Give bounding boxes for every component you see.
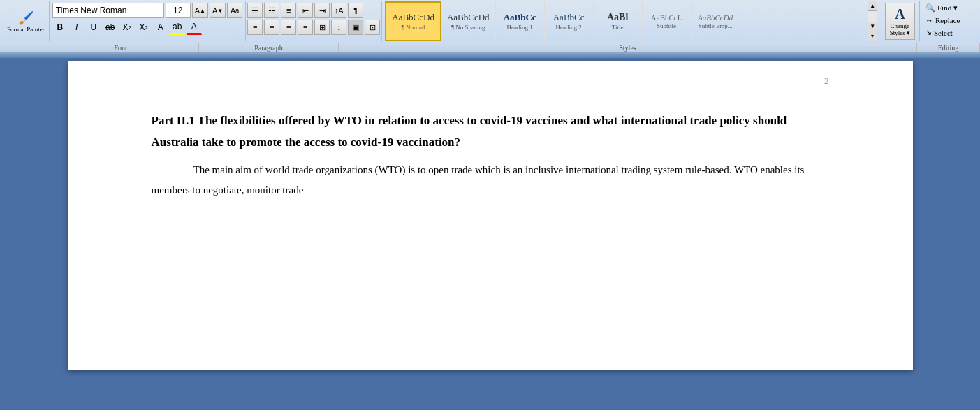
document-heading: Part II.1 The flexibilities offered by W… [152,110,829,153]
show-paragraph-button[interactable]: ¶ [348,3,363,18]
paragraph-group: ☰ ☷ ≡ ⇤ ⇥ ↕A ¶ ≡ ≡ ≡ ≡ ⊞ ↕ ▣ ⊡ [245,1,382,41]
scroll-more-arrow[interactable]: ▾ [868,31,877,41]
clear-format-button[interactable]: Aa [227,3,242,18]
style-normal[interactable]: AaBbCcDd ¶ Normal [385,1,441,41]
sort-button[interactable]: ↕A [331,3,346,18]
page-number: 2 [824,75,829,87]
italic-button[interactable]: I [69,20,85,35]
font-section-label [0,43,43,52]
styles-label: Styles [339,43,917,52]
replace-button[interactable]: ↔ Replace [924,15,974,25]
strikethrough-button[interactable]: ab [103,20,118,35]
shrink-font-button[interactable]: A▼ [210,3,226,18]
bullets-button[interactable]: ☰ [247,3,263,18]
styles-group: AaBbCcDd ¶ Normal AaBbCcDd ¶ No Spacing … [383,1,879,41]
style-heading2[interactable]: AaBbCc Heading 2 [545,1,594,41]
style-heading1[interactable]: AaBbCc Heading 1 [496,1,545,41]
text-effects-button[interactable]: A [153,20,168,35]
grow-font-button[interactable]: A▲ [192,3,208,18]
shading-button[interactable]: ▣ [348,20,363,35]
font-name-input[interactable] [52,3,164,18]
multilevel-list-button[interactable]: ≡ [281,3,296,18]
find-button[interactable]: 🔍 Find ▾ [924,3,974,13]
font-size-input[interactable] [166,3,191,18]
borders-button[interactable]: ⊡ [365,20,380,35]
subscript-button[interactable]: X2 [119,20,135,35]
ribbon: 🖌️ Format Painter A▲ A▼ Aa B I U ab [0,0,980,54]
style-no-spacing[interactable]: AaBbCcDd ¶ No Spacing [441,1,496,41]
paragraph-1: The main aim of world trade organization… [152,160,829,200]
font-color-button[interactable]: A [187,20,202,35]
numbering-button[interactable]: ☷ [264,3,279,18]
increase-indent-button[interactable]: ⇥ [314,3,330,18]
editing-section: 🔍 Find ▾ ↔ Replace ↘ Select [921,1,977,41]
editing-label: Editing [917,43,980,52]
paragraph-label: Paragraph [199,43,339,52]
binoculars-icon: 🔍 [926,3,935,13]
document-area: 2 Part II.1 The flexibilities offered by… [0,58,980,377]
scroll-up-arrow[interactable]: ▲ [868,1,877,11]
align-center-button[interactable]: ≡ [264,20,279,35]
justify-button[interactable]: ≡ [298,20,313,35]
font-label: Font [43,43,198,52]
replace-icon: ↔ [926,16,933,24]
highlight-color-button[interactable]: ab [170,20,185,35]
font-group: A▲ A▼ Aa B I U ab X2 X2 A ab A [51,1,244,41]
select-button[interactable]: ↘ Select [924,27,974,38]
change-styles-button[interactable]: A Change Styles ▾ [885,3,915,40]
document-page: 2 Part II.1 The flexibilities offered by… [68,61,913,370]
select-icon: ↘ [926,28,932,37]
style-subtle-emphasis[interactable]: AaBbCcDd Subtle Emp... [692,1,740,41]
style-subtitle[interactable]: AaBbCcL Subtitle [643,1,692,41]
section-labels-row: Font Paragraph Styles Editing [0,43,980,52]
bold-button[interactable]: B [52,20,68,35]
document-body: The main aim of world trade organization… [152,160,829,200]
decrease-indent-button[interactable]: ⇤ [298,3,313,18]
superscript-button[interactable]: X2 [136,20,152,35]
underline-button[interactable]: U [86,20,101,35]
format-painter-button[interactable]: 🖌️ Format Painter [6,9,46,34]
column-layout-button[interactable]: ⊞ [314,20,330,35]
app-window: 🖌️ Format Painter A▲ A▼ Aa B I U ab [0,0,980,377]
scroll-down-arrow[interactable]: ▼ [868,22,877,31]
style-title[interactable]: AaBl Title [594,1,643,41]
align-right-button[interactable]: ≡ [281,20,296,35]
line-spacing-button[interactable]: ↕ [331,20,346,35]
paint-icon: 🖌️ [18,10,34,26]
styles-scrollbar[interactable]: ▲ ▼ ▾ [868,1,877,41]
align-left-button[interactable]: ≡ [247,20,263,35]
